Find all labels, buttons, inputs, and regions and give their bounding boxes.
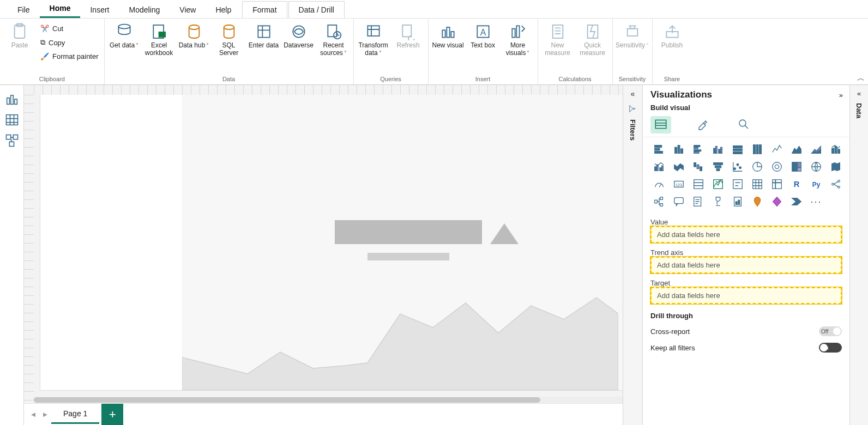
more-visuals-button[interactable]: More visuals: [502, 21, 534, 57]
multi-row-card-icon[interactable]: [690, 177, 707, 192]
enter-data-button[interactable]: Enter data: [248, 21, 280, 50]
transform-data-button[interactable]: Transform data: [357, 21, 390, 57]
report-page[interactable]: [40, 95, 623, 390]
page-prev-button[interactable]: ◄: [27, 410, 39, 418]
recent-sources-button[interactable]: Recent sources: [317, 21, 350, 57]
table-icon[interactable]: [749, 177, 766, 192]
group-queries-label: Queries: [357, 76, 425, 83]
data-expand-button[interactable]: «: [857, 89, 861, 98]
matrix-icon[interactable]: [768, 177, 786, 192]
area-chart-icon[interactable]: [788, 142, 805, 157]
paginated-report-icon[interactable]: [729, 194, 746, 209]
line-stacked-column-icon[interactable]: [827, 142, 845, 157]
tab-home[interactable]: Home: [40, 0, 81, 18]
svg-rect-49: [733, 149, 743, 151]
funnel-icon[interactable]: [709, 159, 727, 174]
tab-file[interactable]: File: [8, 2, 40, 18]
keep-all-filters-toggle[interactable]: On: [819, 343, 842, 353]
format-painter-button[interactable]: 🖌️Format painter: [38, 51, 101, 62]
sql-server-button[interactable]: SQL Server: [213, 21, 245, 57]
kpi-visual-placeholder[interactable]: [182, 95, 623, 390]
new-visual-button[interactable]: New visual: [432, 21, 465, 50]
stacked-bar-icon[interactable]: [650, 142, 668, 157]
smart-narrative-icon[interactable]: [690, 194, 707, 209]
ribbon-chart-icon[interactable]: [670, 159, 688, 174]
visualizations-title: Visualizations: [650, 89, 712, 100]
page-tab-1[interactable]: Page 1: [51, 405, 99, 424]
waterfall-icon[interactable]: [690, 159, 707, 174]
measure-icon: [549, 23, 566, 40]
tab-data-drill[interactable]: Data / Drill: [288, 1, 345, 18]
decomposition-tree-icon[interactable]: [650, 194, 668, 209]
report-view-button[interactable]: [4, 93, 20, 106]
target-well[interactable]: Add data fields here: [650, 287, 842, 304]
python-visual-icon[interactable]: Py: [807, 177, 825, 192]
format-visual-tab[interactable]: [692, 116, 713, 133]
cut-button[interactable]: ✂️Cut: [38, 23, 101, 34]
qa-visual-icon[interactable]: [670, 194, 688, 209]
filters-pane-collapsed: « Filters: [623, 85, 642, 425]
visualizations-collapse-button[interactable]: »: [839, 91, 843, 99]
more-visuals-icon[interactable]: ···: [807, 194, 825, 209]
hundred-stacked-column-icon[interactable]: [749, 142, 766, 157]
svg-rect-22: [627, 29, 637, 36]
cross-report-toggle[interactable]: Off: [819, 326, 842, 336]
add-page-button[interactable]: +: [101, 404, 123, 426]
r-visual-icon[interactable]: R: [788, 177, 805, 192]
model-view-button[interactable]: [4, 134, 20, 147]
key-influencers-icon[interactable]: [827, 177, 845, 192]
tab-help[interactable]: Help: [206, 2, 241, 18]
value-well[interactable]: Add data fields here: [650, 226, 842, 243]
svg-marker-31: [182, 298, 618, 390]
data-view-button[interactable]: [4, 113, 20, 126]
stacked-column-icon[interactable]: [670, 142, 688, 157]
pie-icon[interactable]: [749, 159, 766, 174]
line-clustered-column-icon[interactable]: [650, 159, 668, 174]
publish-icon: [664, 23, 681, 40]
sensitivity-label: Sensitivity: [616, 42, 649, 50]
svg-rect-89: [655, 200, 658, 203]
excel-workbook-button[interactable]: Excel workbook: [143, 21, 176, 57]
trend-axis-well[interactable]: Add data fields here: [650, 257, 842, 274]
data-hub-button[interactable]: Data hub: [178, 21, 210, 50]
filters-expand-button[interactable]: «: [631, 89, 635, 98]
arcgis-map-icon[interactable]: [749, 194, 766, 209]
kpi-trend-area: [182, 281, 618, 390]
page-next-button[interactable]: ►: [39, 410, 51, 418]
svg-rect-79: [694, 180, 703, 189]
tab-format[interactable]: Format: [242, 1, 287, 18]
tab-view[interactable]: View: [170, 2, 206, 18]
goals-icon[interactable]: [709, 194, 727, 209]
line-chart-icon[interactable]: [768, 142, 786, 157]
power-apps-icon[interactable]: [768, 194, 786, 209]
tab-modeling[interactable]: Modeling: [119, 2, 170, 18]
kpi-icon[interactable]: [709, 177, 727, 192]
copy-button[interactable]: ⧉Copy: [38, 37, 101, 48]
build-visual-tab[interactable]: [650, 116, 671, 133]
gauge-icon[interactable]: [650, 177, 668, 192]
card-icon[interactable]: 123: [670, 177, 688, 192]
slicer-icon[interactable]: [729, 177, 746, 192]
get-data-button[interactable]: Get data: [108, 21, 141, 50]
svg-rect-44: [714, 148, 715, 153]
map-icon[interactable]: [807, 159, 825, 174]
hundred-stacked-bar-icon[interactable]: [729, 142, 746, 157]
svg-rect-25: [10, 95, 13, 104]
tab-insert[interactable]: Insert: [80, 2, 119, 18]
text-box-button[interactable]: AText box: [467, 21, 499, 50]
ribbon-collapse-button[interactable]: ︿: [857, 74, 865, 83]
clustered-bar-icon[interactable]: [690, 142, 707, 157]
power-automate-icon[interactable]: [788, 194, 805, 209]
filled-map-icon[interactable]: [827, 159, 845, 174]
stacked-area-icon[interactable]: [807, 142, 825, 157]
dataverse-button[interactable]: Dataverse: [282, 21, 315, 50]
scroll-thumb[interactable]: [34, 397, 540, 403]
scatter-icon[interactable]: [729, 159, 746, 174]
svg-rect-45: [715, 147, 717, 154]
clustered-column-icon[interactable]: [709, 142, 727, 157]
analytics-tab[interactable]: [733, 116, 754, 133]
horizontal-scrollbar[interactable]: [34, 397, 623, 403]
brush-icon: 🖌️: [40, 52, 49, 60]
treemap-icon[interactable]: [788, 159, 805, 174]
donut-icon[interactable]: [768, 159, 786, 174]
